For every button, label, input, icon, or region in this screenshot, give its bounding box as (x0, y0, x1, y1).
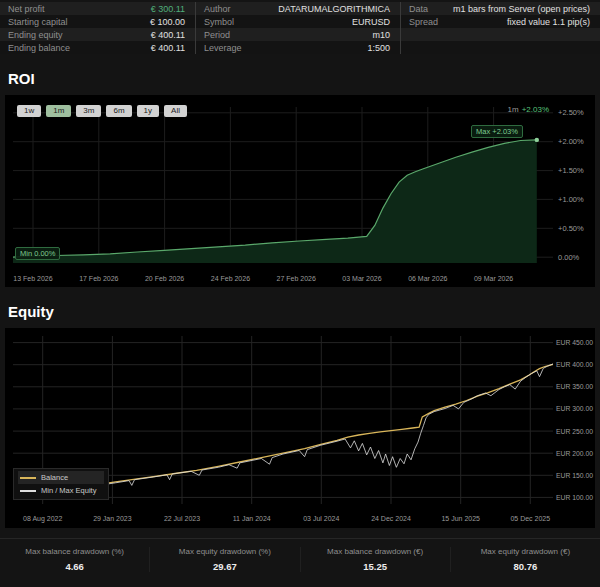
stat-empty (400, 41, 600, 54)
summary-row: Ending balance€ 400.11 Leverage1:500 (0, 41, 600, 54)
x-axis-label: 06 Mar 2026 (408, 275, 447, 282)
stat-leverage: Leverage1:500 (195, 41, 400, 54)
stat-label: Symbol (196, 17, 234, 27)
legend-swatch-minmax (20, 490, 36, 492)
bottom-stat-max-balance-drawdown-pct: Max balance drawdown (%) 4.66 (0, 547, 149, 572)
bottom-stat-value: 4.66 (0, 561, 149, 572)
y-axis-label: 0.00% (558, 253, 580, 262)
roi-range-buttons: 1w 1m 3m 6m 1y All (17, 105, 187, 117)
y-axis-label: +2.00% (558, 137, 584, 146)
range-button-all[interactable]: All (164, 105, 187, 117)
range-button-1w[interactable]: 1w (17, 105, 41, 117)
roi-max-badge: Max +2.03% (471, 125, 523, 138)
x-axis-label: 24 Feb 2026 (211, 275, 250, 282)
roi-current-period: 1m (508, 105, 519, 114)
stat-net-profit: Net profit€ 300.11 (0, 2, 195, 15)
stat-value: EURUSD (352, 17, 400, 27)
legend-item-minmax-equity[interactable]: Min / Max Equity (18, 484, 104, 497)
stat-value: fixed value 1.1 pip(s) (507, 17, 600, 27)
stat-label: Ending equity (0, 30, 63, 40)
y-axis-label: +1.50% (558, 166, 584, 175)
equity-legend: Balance Min / Max Equity (13, 468, 109, 500)
y-axis-label: +2.50% (558, 108, 584, 117)
bottom-stat-max-balance-drawdown-eur: Max balance drawdown (€) 15.25 (300, 547, 450, 572)
bottom-stats: Max balance drawdown (%) 4.66 Max equity… (0, 538, 600, 572)
stat-spread: Spreadfixed value 1.1 pip(s) (400, 15, 600, 28)
legend-swatch-balance (20, 477, 36, 479)
range-button-6m[interactable]: 6m (106, 105, 131, 117)
bottom-stat-max-equity-drawdown-eur: Max equity drawdown (€) 80.76 (450, 547, 600, 572)
stat-label: Data (401, 4, 428, 14)
x-axis-label: 17 Feb 2026 (79, 275, 118, 282)
y-axis-label: EUR 300.00 (556, 405, 593, 412)
stat-author: AuthorDATARUMALGORITHMICA (195, 2, 400, 15)
stat-value: € 400.11 (151, 43, 195, 53)
stat-label: Spread (401, 17, 438, 27)
range-button-1m[interactable]: 1m (46, 105, 71, 117)
stat-value: m1 bars from Server (open prices) (453, 4, 600, 14)
x-axis-label: 11 Jan 2024 (233, 515, 271, 522)
bottom-stat-label: Max balance drawdown (%) (0, 547, 149, 556)
y-axis-label: +0.50% (558, 224, 584, 233)
series-area (13, 140, 537, 263)
legend-label-balance: Balance (41, 473, 68, 482)
stat-value: DATARUMALGORITHMICA (278, 4, 400, 14)
x-axis-label: 05 Dec 2025 (510, 515, 550, 522)
stat-label: Author (196, 4, 231, 14)
x-axis-label: 15 Jun 2025 (441, 515, 480, 522)
roi-current: 1m+2.03% (508, 105, 549, 114)
roi-chart-canvas: +2.50%+2.00%+1.50%+1.00%+0.50%0.00%13 Fe… (5, 95, 595, 287)
roi-chart: +2.50%+2.00%+1.50%+1.00%+0.50%0.00%13 Fe… (5, 95, 595, 287)
y-axis-label: EUR 400.00 (556, 361, 593, 368)
stat-label: Ending balance (0, 43, 70, 53)
roi-current-value: +2.03% (522, 105, 549, 114)
summary-row: Starting capital€ 100.00 SymbolEURUSD Sp… (0, 15, 600, 28)
x-axis-label: 27 Feb 2026 (277, 275, 316, 282)
y-axis-label: EUR 100.00 (556, 494, 593, 501)
roi-heading: ROI (8, 70, 600, 87)
bottom-stat-max-equity-drawdown-pct: Max equity drawdown (%) 29.67 (149, 547, 299, 572)
summary-row: Net profit€ 300.11 AuthorDATARUMALGORITH… (0, 2, 600, 15)
y-axis-label: +1.00% (558, 195, 584, 204)
stat-data: Datam1 bars from Server (open prices) (400, 2, 600, 15)
x-axis-label: 29 Jan 2023 (93, 515, 132, 522)
range-button-3m[interactable]: 3m (76, 105, 101, 117)
x-axis-label: 20 Feb 2026 (145, 275, 184, 282)
bottom-stat-value: 80.76 (451, 561, 600, 572)
legend-label-minmax-equity: Min / Max Equity (41, 486, 96, 495)
stat-value: m10 (372, 30, 400, 40)
equity-chart: EUR 450.00EUR 400.00EUR 350.00EUR 300.00… (5, 328, 595, 528)
x-axis-label: 22 Jul 2023 (164, 515, 200, 522)
stat-period: Periodm10 (195, 28, 400, 41)
stat-starting-capital: Starting capital€ 100.00 (0, 15, 195, 28)
legend-item-balance[interactable]: Balance (18, 471, 104, 484)
stat-label: Period (196, 30, 230, 40)
bottom-stat-label: Max equity drawdown (€) (451, 547, 600, 556)
y-axis-label: EUR 200.00 (556, 450, 593, 457)
x-axis-label: 03 Jul 2024 (303, 515, 339, 522)
stat-ending-equity: Ending equity€ 400.11 (0, 28, 195, 41)
stat-symbol: SymbolEURUSD (195, 15, 400, 28)
stat-value-net-profit: € 300.11 (151, 4, 195, 14)
x-axis-label: 03 Mar 2026 (342, 275, 381, 282)
range-button-1y[interactable]: 1y (137, 105, 159, 117)
x-axis-label: 09 Mar 2026 (474, 275, 513, 282)
bottom-stat-value: 29.67 (150, 561, 299, 572)
stat-label: Leverage (196, 43, 242, 53)
stat-value: € 100.00 (150, 17, 195, 27)
roi-min-badge: Min 0.00% (15, 247, 60, 260)
stat-empty (400, 28, 600, 41)
bottom-stat-label: Max equity drawdown (%) (150, 547, 299, 556)
stat-value: 1:500 (367, 43, 400, 53)
bottom-stat-label: Max balance drawdown (€) (301, 547, 450, 556)
y-axis-label: EUR 250.00 (556, 428, 593, 435)
x-axis-label: 13 Feb 2026 (13, 275, 52, 282)
x-axis-label: 08 Aug 2022 (23, 515, 62, 523)
stat-label: Starting capital (0, 17, 68, 27)
y-axis-label: EUR 150.00 (556, 472, 593, 479)
summary-table: Net profit€ 300.11 AuthorDATARUMALGORITH… (0, 2, 600, 54)
x-axis-label: 24 Dec 2024 (371, 515, 411, 522)
y-axis-label: EUR 450.00 (556, 339, 593, 346)
equity-heading: Equity (8, 303, 600, 320)
stat-label: Net profit (0, 4, 45, 14)
